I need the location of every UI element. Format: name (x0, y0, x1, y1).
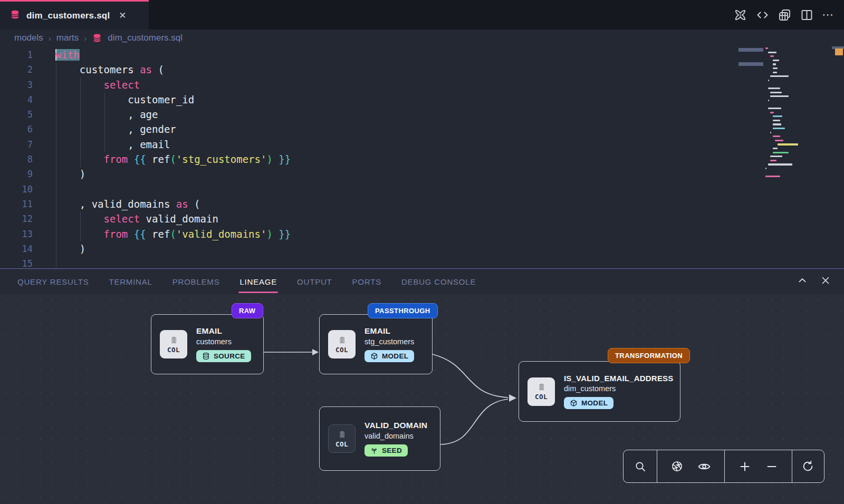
zoom-in-icon[interactable] (738, 460, 751, 473)
pill-seed[interactable]: SEED (365, 444, 408, 457)
minimap-line (768, 80, 769, 81)
code-line[interactable]: , email (0, 137, 765, 152)
minimap-line (773, 123, 781, 125)
node-title: EMAIL (365, 326, 414, 336)
toolbar-zoom-cell (725, 450, 792, 482)
node-subtitle: customers (196, 337, 251, 346)
code-line[interactable] (0, 256, 765, 268)
more-actions-icon[interactable]: ⋯ (822, 12, 833, 17)
minimap-line (765, 176, 780, 177)
minimap[interactable] (763, 46, 814, 226)
eye-icon[interactable] (697, 460, 711, 473)
toolbar-view-cell (657, 450, 725, 482)
panel-tab-terminal[interactable]: TERMINAL (109, 277, 152, 286)
panel-tab-problems[interactable]: PROBLEMS (172, 277, 220, 286)
code-line[interactable]: , valid_domains as ( (0, 197, 765, 211)
close-icon[interactable] (820, 275, 831, 288)
lineage-node-dim-customers[interactable]: COL IS_VALID_EMAIL_ADDRESS dim_customers… (519, 361, 680, 422)
search-icon[interactable] (634, 460, 647, 473)
node-subtitle: stg_customers (365, 337, 414, 346)
breadcrumb-item-models[interactable]: models (14, 33, 43, 43)
ide-window: dim_customers.sql ✕ ⋯ models › marts › d… (0, 0, 844, 504)
tab-label: dim_customers.sql (26, 11, 110, 21)
code-lines: with customers as ( select customer_id ,… (0, 47, 765, 268)
code-line[interactable]: customer_id (0, 92, 765, 107)
lineage-canvas[interactable]: RAW PASSTHROUGH TRANSFORMATION COL EMAIL… (0, 294, 844, 504)
code-view-icon[interactable] (755, 8, 770, 22)
lineage-node-customers[interactable]: COL EMAIL customers SOURCE (151, 314, 264, 374)
panel-actions (797, 275, 831, 288)
panel-tab-query-results[interactable]: QUERY RESULTS (17, 277, 89, 286)
minimap-line (773, 60, 780, 61)
chevron-up-icon[interactable] (797, 275, 808, 288)
minimap-line (770, 160, 776, 161)
breadcrumb-separator: › (49, 34, 51, 43)
minimap-line (775, 140, 783, 141)
minimap-line (770, 75, 789, 77)
code-line[interactable]: select valid_domain (0, 211, 765, 226)
minimap-line (773, 67, 778, 69)
editor-actions: ⋯ (733, 0, 844, 30)
column-tile: COL (528, 377, 555, 406)
code-line[interactable] (0, 182, 765, 197)
minimap-line (765, 47, 768, 49)
breadcrumb-item-file[interactable]: dim_customers.sql (108, 33, 183, 43)
code-line[interactable]: , gender (0, 122, 765, 137)
minimap-line (770, 55, 774, 57)
pill-model[interactable]: MODEL (365, 350, 414, 362)
refresh-icon[interactable] (801, 460, 814, 473)
code-editor[interactable]: 123456789101112131415 with customers as … (0, 46, 844, 268)
tab-dim-customers[interactable]: dim_customers.sql ✕ (0, 0, 149, 30)
pill-source[interactable]: SOURCE (196, 350, 251, 362)
breadcrumb-separator: › (84, 34, 87, 43)
column-tile-label: COL (335, 346, 348, 354)
tab-close-icon[interactable]: ✕ (119, 10, 126, 21)
zoom-out-icon[interactable] (765, 460, 778, 473)
badge-passthrough: PASSTHROUGH (368, 303, 438, 318)
panel-tab-output[interactable]: OUTPUT (297, 277, 332, 286)
pill-model[interactable]: MODEL (564, 397, 613, 409)
column-tile-label: COL (167, 346, 180, 354)
node-title: EMAIL (196, 326, 251, 336)
toolbar-refresh-cell (792, 450, 823, 482)
code-line[interactable]: from {{ ref('valid_domains') }} (0, 227, 765, 241)
code-line[interactable]: ) (0, 167, 765, 181)
minimap-line (773, 63, 776, 65)
seedling-icon (370, 447, 378, 454)
code-line[interactable]: select (0, 77, 765, 92)
node-subtitle: dim_customers (564, 384, 674, 393)
minimap-line (773, 128, 785, 129)
panel-tab-debug-console[interactable]: DEBUG CONSOLE (401, 277, 476, 286)
columns-icon (169, 335, 179, 345)
database-icon (9, 9, 21, 22)
dbt-logo-icon[interactable] (733, 8, 747, 22)
code-line[interactable]: , age (0, 107, 765, 122)
toolbar-search-cell (624, 450, 657, 482)
minimap-line (765, 168, 766, 169)
cube-icon (370, 352, 378, 360)
panel-tab-ports[interactable]: PORTS (352, 277, 381, 286)
minimap-line (768, 52, 776, 53)
query-preview-icon[interactable] (778, 8, 792, 22)
minimap-line (768, 100, 769, 101)
minimap-line (773, 148, 778, 149)
bottom-panel: QUERY RESULTS TERMINAL PROBLEMS LINEAGE … (0, 268, 844, 504)
split-editor-icon[interactable] (800, 8, 814, 22)
minimap-selection-marker (738, 48, 763, 52)
breadcrumb: models › marts › dim_customers.sql (0, 30, 844, 46)
aperture-icon[interactable] (670, 460, 684, 473)
badge-raw: RAW (232, 303, 263, 318)
minimap-line (773, 152, 789, 153)
lineage-node-valid-domains[interactable]: COL VALID_DOMAIN valid_domains SEED (319, 406, 440, 471)
breadcrumb-item-marts[interactable]: marts (56, 33, 79, 43)
lineage-node-stg-customers[interactable]: COL EMAIL stg_customers MODEL (319, 314, 433, 374)
editor-tab-bar: dim_customers.sql ✕ ⋯ (0, 0, 844, 30)
columns-icon (536, 382, 546, 392)
code-line[interactable]: from {{ ref('stg_customers') }} (0, 152, 765, 167)
column-tile: COL (328, 330, 356, 358)
code-line[interactable]: ) (0, 241, 765, 256)
code-line[interactable]: customers as ( (0, 62, 765, 77)
panel-tab-lineage[interactable]: LINEAGE (239, 277, 277, 286)
code-line[interactable]: with (0, 47, 765, 62)
minimap-line (770, 132, 771, 133)
